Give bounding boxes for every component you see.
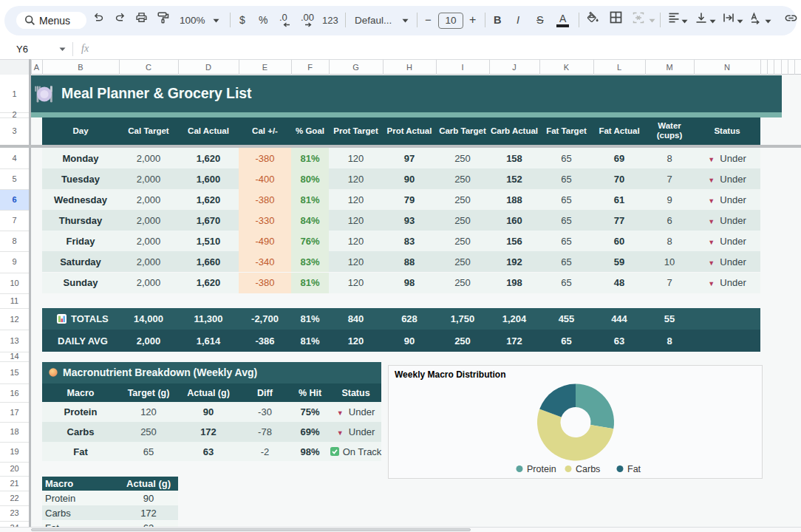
svg-text:Fat: Fat [627,464,641,474]
svg-text:Protein: Protein [527,464,556,474]
svg-text:Carbs: Carbs [576,464,600,474]
